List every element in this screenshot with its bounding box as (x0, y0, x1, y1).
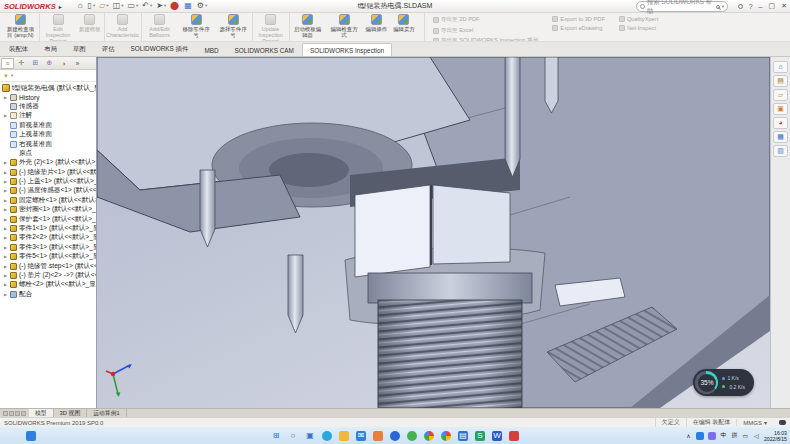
net-inspect-button[interactable]: Net-Inspect (619, 25, 658, 31)
export-3d-pdf-button[interactable]: Export to 3D PDF (552, 16, 605, 22)
tree-item[interactable]: ▶ 零件5<1> (默认<<默认>_显示状 (0, 252, 96, 261)
new-template-button[interactable]: 新建模板 (76, 13, 104, 41)
blue-notes-app-icon[interactable]: ▤ (458, 431, 468, 441)
export-excel-button[interactable]: 导出至 Excel (433, 27, 539, 35)
dropdown-arrow-icon[interactable]: ▾ (150, 2, 152, 10)
tab-evaluate[interactable]: 评估 (94, 41, 123, 56)
custom-properties-icon[interactable]: ▦ (773, 131, 788, 143)
tree-item[interactable]: ▶ (-) 绝缘管.step<1> (默认<<默认> (0, 261, 96, 270)
dropdown-arrow-icon[interactable]: ▾ (93, 2, 95, 10)
login-user-icon[interactable] (738, 4, 743, 9)
filter-funnel-icon[interactable]: ▼ (3, 73, 9, 79)
add-edit-balloons-button[interactable]: Add/Edit Balloons (141, 13, 178, 41)
tree-item[interactable]: ▶ 零件3<1> (默认<<默认>_显示状 (0, 243, 96, 252)
tree-item[interactable]: ▶ 螺栓<2> (默认<<默认>_显示状态 (0, 280, 96, 289)
options-gear-icon[interactable]: ⚙▾ (197, 2, 207, 10)
dimxpertmanager-tab[interactable]: ⊕ (43, 58, 56, 69)
tree-item[interactable]: ▶ (-) 上盖<1> (默认<<默认>_显示状 (0, 177, 96, 186)
search-icon[interactable]: ○ (288, 431, 298, 441)
expand-arrow-icon[interactable]: ▶ (3, 198, 8, 203)
chat-bubble-icon[interactable] (779, 420, 786, 425)
select-balloon-sequence-button[interactable]: 选择零件序号 (215, 13, 252, 41)
dropdown-arrow-icon[interactable]: ▾ (205, 2, 207, 10)
tree-item[interactable]: ▶ (-) 垫片 (2)<2> ->? (默认<<默认>_ (0, 271, 96, 280)
cad-model-render[interactable] (97, 57, 770, 408)
tree-item[interactable]: ▶ 配合 (0, 290, 96, 299)
minimize-button[interactable]: – (759, 3, 763, 10)
file-explorer-icon[interactable] (339, 431, 349, 441)
ime-mode-icon[interactable]: 拼 (731, 432, 738, 440)
select-arrow-icon[interactable]: ➤▾ (156, 2, 166, 10)
help-search-box[interactable]: 搜索 SOLIDWORKS 帮助 ▾ (636, 1, 728, 12)
start-icon[interactable]: ⊞ (271, 431, 281, 441)
tree-item[interactable]: ▶ 外壳 (2)<1> (默认<<默认>_显示状 (0, 158, 96, 167)
expand-arrow-icon[interactable]: ▶ (3, 292, 8, 297)
help-button[interactable]: ? (749, 3, 753, 10)
tree-item[interactable]: 上视基准面 (0, 130, 96, 139)
ime-language-icon[interactable]: 中 (720, 432, 727, 440)
solidworks-resources-icon[interactable]: ⌂ (773, 61, 788, 73)
expand-arrow-icon[interactable]: ▶ (3, 235, 8, 240)
tab-sketch[interactable]: 草图 (65, 41, 94, 56)
remove-balloon-sequence-button[interactable]: 移除零件序号 (178, 13, 215, 41)
expand-arrow-icon[interactable]: ▶ (3, 273, 8, 278)
close-button[interactable]: ✕ (781, 2, 787, 10)
expand-arrow-icon[interactable]: ▶ (3, 207, 8, 212)
tab-solidworks-addins[interactable]: SOLIDWORKS 插件 (123, 41, 197, 56)
new-document-icon[interactable]: ▯▾ (88, 2, 96, 10)
launch-template-editor-button[interactable]: 启动模板编辑器 (289, 13, 326, 41)
design-library-icon[interactable]: ▤ (773, 75, 788, 87)
tree-root-item[interactable]: t型铠装热电偶 (默认<默认_显示状态-1> (0, 83, 96, 92)
view-palette-icon[interactable]: ▣ (773, 103, 788, 115)
appearances-scenes-icon[interactable]: ◕ (773, 117, 788, 129)
word-icon[interactable]: W (492, 431, 502, 441)
volume-icon[interactable]: ◁ (753, 432, 760, 440)
export-2d-pdf-button[interactable]: 导出至 2D PDF (433, 16, 539, 24)
tab-assembly[interactable]: 装配体 (1, 41, 36, 56)
tab-model[interactable]: 模型 (29, 409, 54, 417)
tree-item[interactable]: ▶ 固定螺栓<1> (默认<<默认>_显示 (0, 196, 96, 205)
display-settings-icon[interactable]: ▦ (184, 2, 193, 10)
open-icon[interactable]: ▱▾ (99, 2, 108, 10)
tree-item[interactable]: ▶ 零件2<2> (默认<<默认>_显示状 (0, 233, 96, 242)
featuremanager-tab[interactable]: ≡ (1, 58, 14, 69)
panel-tab-overflow[interactable]: » (71, 58, 84, 69)
tab-layout[interactable]: 布局 (36, 41, 65, 56)
print-icon[interactable]: ▭▾ (127, 2, 138, 10)
expand-arrow-icon[interactable]: ▶ (3, 160, 8, 165)
tree-item[interactable]: 传感器 (0, 102, 96, 111)
expand-arrow-icon[interactable]: ▶ (3, 282, 8, 287)
edit-vendors-button[interactable]: 编辑卖方 (390, 13, 418, 41)
blue-circle-app-icon[interactable] (390, 431, 400, 441)
tab-motion-study[interactable]: 运动算例1 (87, 409, 126, 417)
search-icon[interactable] (716, 5, 720, 9)
orange-app-icon[interactable] (373, 431, 383, 441)
rebuild-traffic-light-icon[interactable]: ⬤ (170, 2, 180, 10)
units-selector[interactable]: MMGS▾ (736, 419, 773, 426)
restore-button[interactable]: ▢ (769, 2, 776, 10)
green-s-app-icon[interactable]: S (475, 431, 485, 441)
tree-item[interactable]: ▶ (-) 绝缘垫片<1> (默认<<默认>_显 (0, 168, 96, 177)
onedrive-icon[interactable] (696, 432, 704, 440)
propertymanager-tab[interactable]: ✛ (15, 58, 28, 69)
tree-item[interactable]: 前视基准面 (0, 121, 96, 130)
new-inspection-project-button[interactable]: 新建检查项目 (amp;N) (2, 13, 39, 41)
tab-mbd[interactable]: MBD (196, 43, 226, 56)
save-icon[interactable]: ◫▾ (113, 2, 124, 10)
export-edrawing-button[interactable]: Export eDrawing (552, 25, 605, 31)
tree-item[interactable]: ▶ (-) 温度传感器<1> (默认<<默认>_ (0, 186, 96, 195)
expand-arrow-icon[interactable]: ▶ (3, 254, 8, 259)
expand-arrow-icon[interactable]: ▶ (3, 226, 8, 231)
qualityxpert-button[interactable]: QualityXpert (619, 16, 658, 22)
update-inspection-project-button[interactable]: Update Inspection Project (252, 13, 289, 41)
tree-item[interactable]: 右视基准面 (0, 139, 96, 148)
add-characteristic-button[interactable]: Add Characteristic (104, 13, 141, 41)
edit-inspection-project-button[interactable]: Edit Inspection Project (39, 13, 76, 41)
configurationmanager-tab[interactable]: ⊞ (29, 58, 42, 69)
tree-filter-bar[interactable]: ▼ ▾ (0, 70, 96, 82)
green-browser-icon[interactable] (407, 431, 417, 441)
tray-chevron-icon[interactable]: ∧ (685, 432, 692, 440)
chrome-icon[interactable] (441, 431, 451, 441)
expand-arrow-icon[interactable]: ▶ (3, 113, 8, 118)
red-app-icon[interactable] (509, 431, 519, 441)
